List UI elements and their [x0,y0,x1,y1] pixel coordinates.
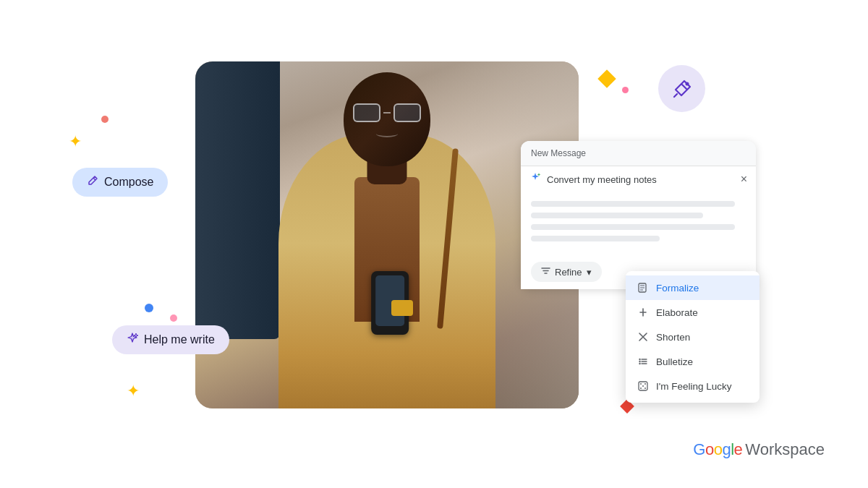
svg-point-0 [685,82,689,85]
formalize-icon [637,282,649,294]
text-line-4 [531,236,660,241]
dot-blue-left [145,304,153,312]
dot-pink-top-left [101,116,109,123]
svg-point-2 [639,359,640,360]
gmail-compose-panel: New Message Convert my meeting notes × [521,141,756,289]
shorten-icon [637,331,649,343]
formalize-label: Formalize [656,283,699,294]
menu-item-formalize[interactable]: Formalize [626,275,760,300]
bulletize-label: Bulletize [656,356,693,367]
workspace-label: Workspace [745,440,825,459]
help-write-label: Help me write [144,333,215,346]
gmail-ai-input-row[interactable]: Convert my meeting notes × [521,166,756,192]
google-g2: g [722,440,731,458]
elaborate-icon [637,307,649,318]
google-logo-text: Google [693,440,742,459]
main-scene: ✦ ✦ [0,0,868,488]
lucky-icon [637,380,649,392]
refine-button[interactable]: Refine ▾ [531,262,602,282]
dot-pink-top-right [622,87,629,93]
google-workspace-logo: Google Workspace [693,440,825,459]
text-line-1 [531,201,735,207]
diamond-yellow-top-right [597,69,616,87]
magic-pen-icon [671,78,693,100]
svg-point-10 [642,385,644,387]
google-g: G [693,440,705,458]
gmail-ai-icon [529,172,541,187]
menu-item-shorten[interactable]: Shorten [626,325,760,349]
gmail-content-area [521,192,756,256]
google-o1: o [705,440,714,458]
svg-point-3 [639,361,640,362]
shorten-label: Shorten [656,332,690,343]
gmail-close-button[interactable]: × [741,173,747,186]
refine-chevron-icon: ▾ [587,267,592,278]
svg-point-6 [640,383,642,385]
refine-filter-icon [541,266,550,278]
svg-point-7 [644,383,646,385]
svg-point-9 [644,388,646,389]
menu-item-bulletize[interactable]: Bulletize [626,349,760,374]
ai-dropdown-menu: Formalize Elaborate Shorten [626,271,760,403]
help-write-sparkle-icon [127,333,138,347]
google-e: e [734,440,743,458]
menu-item-elaborate[interactable]: Elaborate [626,300,760,325]
text-line-3 [531,224,735,230]
compose-button[interactable]: Compose [72,168,168,197]
compose-pencil-icon [87,175,98,189]
lucky-label: I'm Feeling Lucky [656,381,732,392]
dot-pink-mid [170,314,177,322]
sparkle-icon-bottom-left: ✦ [127,383,142,399]
help-write-button[interactable]: Help me write [112,325,229,354]
menu-item-lucky[interactable]: I'm Feeling Lucky [626,374,760,398]
ai-circle-icon [658,65,705,112]
google-o2: o [714,440,723,458]
text-line-2 [531,213,703,218]
refine-label: Refine [555,267,582,278]
sparkle-icon-top-left: ✦ [69,134,85,150]
svg-point-8 [640,388,642,389]
elaborate-label: Elaborate [656,307,698,318]
gmail-panel-header: New Message [521,141,756,166]
bulletize-icon [637,356,649,367]
compose-label: Compose [104,176,153,189]
gmail-ai-input-text: Convert my meeting notes [547,174,735,185]
svg-point-4 [639,363,640,364]
